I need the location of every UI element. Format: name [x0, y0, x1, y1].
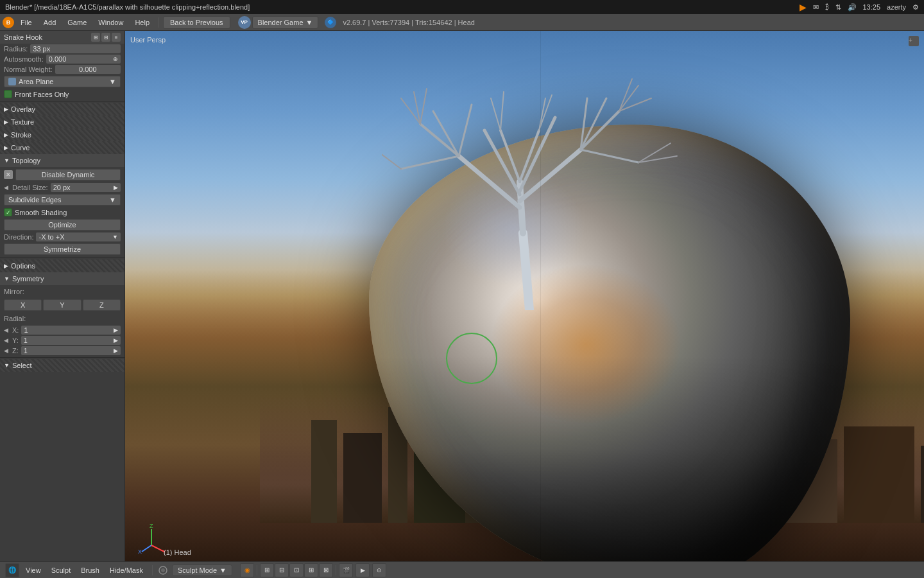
global-icon[interactable]: 🌐 — [5, 563, 19, 577]
menu-file[interactable]: File — [15, 17, 37, 28]
divider-2 — [0, 258, 124, 258]
front-faces-label: Front Faces Only — [15, 91, 69, 98]
mode-dropdown[interactable]: Sculpt Mode ▼ — [172, 565, 232, 576]
render-icon-symbol: 🎬 — [343, 567, 350, 574]
svg-line-7 — [433, 111, 459, 156]
sculpt-menu[interactable]: Sculpt — [47, 565, 75, 575]
section-symmetry[interactable]: ▼ Symmetry — [0, 272, 124, 285]
viewport-corner-button[interactable]: + — [909, 36, 919, 46]
engine-dropdown[interactable]: Blender Game ▼ — [252, 16, 319, 29]
radial-z-right-arrow: ▶ — [114, 347, 118, 354]
subdivide-edges-dropdown[interactable]: Subdivide Edges ▼ — [4, 194, 121, 206]
menu-add[interactable]: Add — [38, 17, 62, 28]
direction-val-text: -X to +X — [38, 233, 64, 241]
bluetooth-icon: ₿ — [825, 3, 829, 11]
area-plane-dropdown[interactable]: Area Plane ▼ — [4, 76, 121, 87]
settings-icon: ⚙ — [912, 3, 919, 12]
snake-hook-icon1[interactable]: ⊞ — [91, 33, 100, 42]
radial-x-value[interactable]: 1 ▶ — [21, 326, 121, 335]
symmetrize-button[interactable]: Symmetrize — [4, 243, 121, 255]
svg-point-36 — [161, 568, 165, 572]
section-options[interactable]: ▶ Options — [0, 259, 124, 272]
network-icon: ⇅ — [835, 3, 841, 12]
autosmooth-value[interactable]: 0.000 ⊕ — [46, 55, 121, 64]
section-curve[interactable]: ▶ Curve — [0, 141, 124, 154]
bottombar: 🌐 View Sculpt Brush Hide/Mask Sculpt Mod… — [0, 561, 924, 578]
grid-icon-1[interactable]: ⊞ — [260, 563, 274, 577]
topology-label: Topology — [12, 157, 40, 164]
mirror-x-button[interactable]: X — [4, 299, 42, 311]
view-menu[interactable]: View — [22, 565, 45, 575]
disable-dynamic-button[interactable]: Disable Dynamic — [15, 169, 121, 180]
options-arrow: ▶ — [4, 263, 8, 269]
section-texture[interactable]: ▶ Texture — [0, 116, 124, 128]
brush-menu[interactable]: Brush — [77, 565, 103, 575]
svg-line-5 — [520, 118, 555, 191]
svg-line-25 — [382, 150, 401, 169]
svg-line-2 — [459, 156, 520, 207]
radial-y-value[interactable]: 1 ▶ — [21, 336, 121, 345]
shading-icon-1[interactable]: ◉ — [240, 563, 254, 577]
menu-help[interactable]: Help — [130, 17, 155, 28]
snake-hook-icon2[interactable]: ⊟ — [101, 33, 110, 42]
grid-icon-5[interactable]: ⊠ — [319, 563, 333, 577]
render-icon-3[interactable]: ⊙ — [372, 563, 386, 577]
main-layout: Snake Hook ⊞ ⊟ ≡ Radius: 33 px Autosmoot… — [0, 31, 924, 561]
autosmooth-val-text: 0.000 — [49, 55, 67, 63]
divider-bottom — [152, 565, 153, 575]
svg-text:X: X — [138, 548, 142, 555]
blender-logo[interactable]: B — [3, 17, 14, 28]
svg-line-21 — [501, 92, 504, 130]
section-topology[interactable]: ▼ Topology — [0, 154, 124, 167]
svg-line-26 — [581, 150, 638, 162]
shading-1-symbol: ◉ — [244, 566, 250, 574]
radius-value[interactable]: 33 px — [30, 44, 121, 53]
front-faces-checkbox[interactable] — [4, 90, 12, 98]
menu-window[interactable]: Window — [93, 17, 128, 28]
direction-value[interactable]: -X to +X ▼ — [36, 232, 121, 241]
normal-weight-value[interactable]: 0.000 — [55, 65, 121, 74]
grid-icon-2[interactable]: ⊟ — [275, 563, 289, 577]
radial-x-left-arrow: ◀ — [4, 327, 8, 333]
smooth-shading-row: ✓ Smooth Shading — [0, 207, 124, 218]
menu-game[interactable]: Game — [62, 17, 92, 28]
svg-text:Z: Z — [150, 523, 153, 529]
mirror-y-button[interactable]: Y — [43, 299, 81, 311]
grid-icon-4[interactable]: ⊞ — [304, 563, 318, 577]
section-overlay[interactable]: ▶ Overlay — [0, 103, 124, 116]
overlay-arrow: ▶ — [4, 106, 8, 112]
smooth-shading-checkbox[interactable]: ✓ — [4, 208, 12, 216]
back-to-previous-button[interactable]: Back to Previous — [163, 16, 230, 29]
section-stroke[interactable]: ▶ Stroke — [0, 128, 124, 141]
grid-icon-3[interactable]: ⊡ — [289, 563, 304, 577]
front-faces-row: Front Faces Only — [0, 89, 124, 100]
render-icon[interactable]: 🎬 — [339, 563, 353, 577]
radial-y-row: ◀ Y: 1 ▶ — [0, 335, 124, 346]
viewport[interactable]: User Persp + X Y Z (1) Head — [125, 31, 924, 561]
optimize-button[interactable]: Optimize — [4, 219, 121, 231]
viewport-label: User Persp — [130, 36, 166, 44]
frame-label-text: (1) Head — [164, 548, 191, 556]
detail-size-value[interactable]: 20 px ▶ — [51, 183, 121, 192]
titlebar-left: Blender* [/media/18EA-A1C5/parallax with… — [5, 3, 250, 11]
texture-label: Texture — [11, 118, 34, 126]
svg-line-24 — [401, 156, 459, 169]
mirror-z-button[interactable]: Z — [83, 299, 121, 311]
radius-row: Radius: 33 px — [0, 44, 124, 54]
svg-line-12 — [581, 111, 619, 150]
frame-label: (1) Head — [164, 548, 191, 556]
titlebar-right: ▶ ✉ ₿ ⇅ 🔊 13:25 azerty ⚙ — [800, 2, 920, 12]
engine-label: Blender Game — [258, 19, 304, 26]
svg-line-8 — [459, 105, 472, 156]
blender-logo-text: B — [6, 19, 11, 26]
left-panel: Snake Hook ⊞ ⊟ ≡ Radius: 33 px Autosmoot… — [0, 31, 125, 561]
snake-hook-icon3[interactable]: ≡ — [112, 33, 121, 42]
sculpt-mode-icon — [158, 565, 168, 575]
radial-x-right-arrow: ▶ — [114, 327, 118, 333]
section-select[interactable]: ▼ Select — [0, 359, 124, 372]
hidemask-menu[interactable]: Hide/Mask — [106, 565, 147, 575]
render-icon-2[interactable]: ▶ — [355, 563, 370, 577]
symmetry-label: Symmetry — [12, 275, 44, 283]
radial-y-left-arrow: ◀ — [4, 337, 8, 344]
radial-z-value[interactable]: 1 ▶ — [21, 346, 121, 355]
